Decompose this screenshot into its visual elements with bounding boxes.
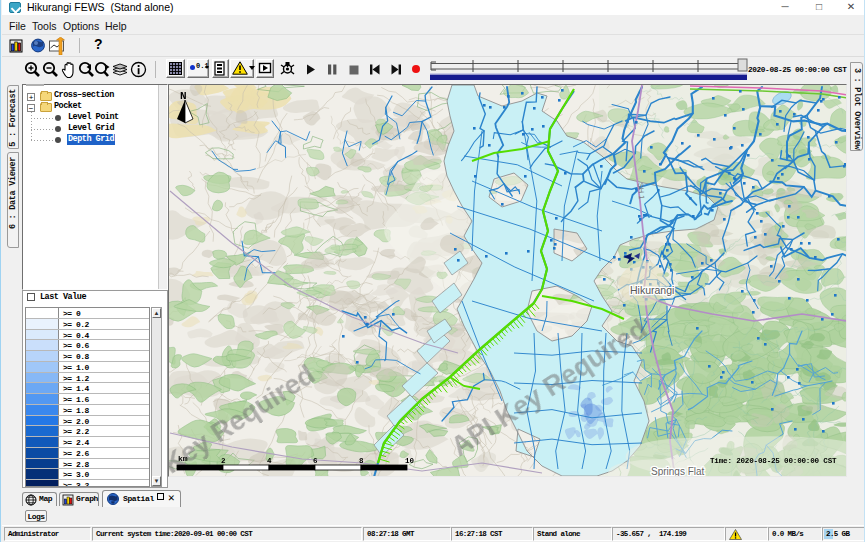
svg-text:Time: 2020-08-25 00:00:00 CST: Time: 2020-08-25 00:00:00 CST xyxy=(710,457,837,465)
svg-text:Springs Flat: Springs Flat xyxy=(651,466,705,477)
svg-text:Hikurangi: Hikurangi xyxy=(630,284,674,296)
svg-text:SH 1: SH 1 xyxy=(636,182,646,199)
svg-text:2: 2 xyxy=(221,457,226,465)
svg-text:8: 8 xyxy=(359,457,364,465)
svg-text:N: N xyxy=(180,90,187,102)
svg-text:10: 10 xyxy=(405,457,415,465)
svg-text:km: km xyxy=(178,454,188,463)
svg-text:6: 6 xyxy=(313,457,318,465)
svg-text:4: 4 xyxy=(267,457,272,465)
